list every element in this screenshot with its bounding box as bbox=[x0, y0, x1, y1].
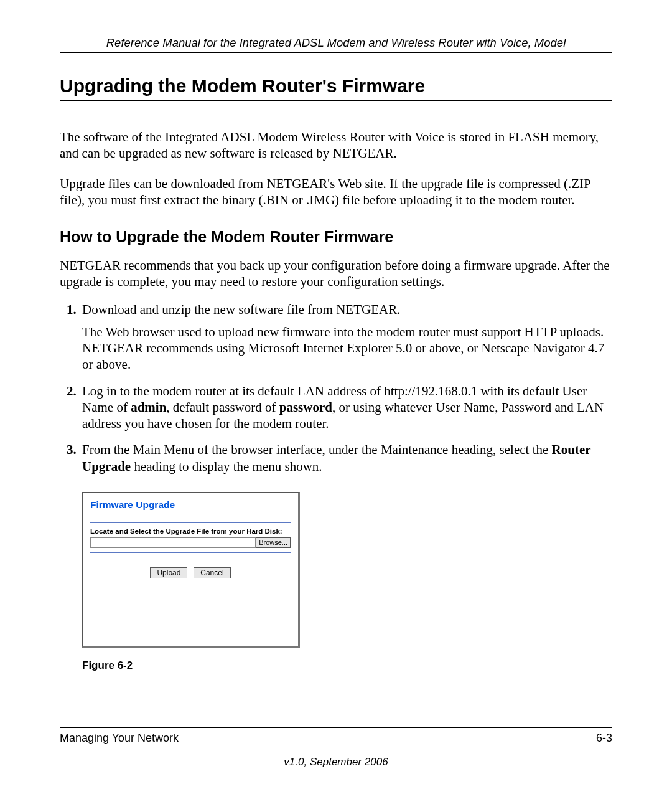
footer-left: Managing Your Network bbox=[60, 732, 179, 745]
step-1-sub: The Web browser used to upload new firmw… bbox=[82, 324, 612, 373]
cancel-button[interactable]: Cancel bbox=[194, 567, 230, 578]
page-footer: Managing Your Network 6-3 bbox=[60, 727, 612, 745]
firmware-divider-1 bbox=[90, 522, 291, 523]
upload-button[interactable]: Upload bbox=[150, 567, 187, 578]
footer-right: 6-3 bbox=[596, 732, 612, 745]
firmware-divider-2 bbox=[90, 552, 291, 553]
firmware-file-row: Browse... bbox=[90, 537, 291, 548]
step-2-password: password bbox=[279, 400, 332, 415]
firmware-button-row: Upload Cancel bbox=[90, 563, 291, 579]
step-3: From the Main Menu of the browser interf… bbox=[80, 441, 612, 672]
section-heading: Upgrading the Modem Router's Firmware bbox=[60, 75, 612, 97]
step-2-mid: , default password of bbox=[166, 400, 279, 415]
firmware-upgrade-panel: Firmware Upgrade Locate and Select the U… bbox=[82, 492, 300, 648]
firmware-panel-title: Firmware Upgrade bbox=[90, 499, 291, 511]
steps-list: Download and unzip the new software file… bbox=[60, 301, 612, 672]
step-2: Log in to the modem router at its defaul… bbox=[80, 383, 612, 432]
step-3-pre: From the Main Menu of the browser interf… bbox=[82, 442, 552, 457]
step-3-post: heading to display the menu shown. bbox=[131, 459, 322, 474]
header-rule bbox=[60, 52, 612, 53]
firmware-locate-label: Locate and Select the Upgrade File from … bbox=[90, 527, 291, 536]
figure-caption: Figure 6-2 bbox=[82, 659, 612, 672]
step-1: Download and unzip the new software file… bbox=[80, 301, 612, 373]
running-header: Reference Manual for the Integrated ADSL… bbox=[60, 36, 612, 50]
footer-version: v1.0, September 2006 bbox=[60, 756, 612, 768]
section-rule bbox=[60, 100, 612, 101]
subsection-intro: NETGEAR recommends that you back up your… bbox=[60, 257, 612, 290]
step-1-main: Download and unzip the new software file… bbox=[82, 302, 400, 317]
footer-rule bbox=[60, 727, 612, 728]
section-para-1: The software of the Integrated ADSL Mode… bbox=[60, 129, 612, 162]
section-para-2: Upgrade files can be downloaded from NET… bbox=[60, 176, 612, 209]
subsection-heading: How to Upgrade the Modem Router Firmware bbox=[60, 228, 612, 246]
firmware-file-input[interactable] bbox=[90, 537, 256, 548]
browse-button[interactable]: Browse... bbox=[256, 537, 291, 548]
step-2-admin: admin bbox=[131, 400, 166, 415]
